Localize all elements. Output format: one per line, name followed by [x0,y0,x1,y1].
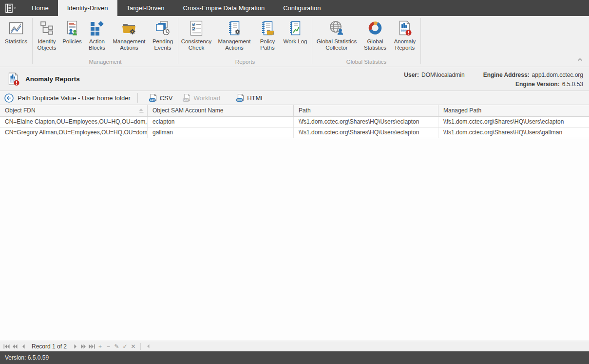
statistics-icon [7,19,25,37]
column-header-path[interactable]: Path [294,105,438,116]
nav-prev-page-button[interactable] [11,342,19,351]
global-statistics-collector-icon [328,19,345,37]
ribbon-item-global-statistics[interactable]: Global Statistics [360,16,390,58]
ribbon-item-action-blocks[interactable]: Action Blocks [84,16,110,58]
cell-object-fdn: CN=Elaine Clapton,OU=Employees,OU=HQ,OU=… [0,117,148,127]
nav-last-record-button[interactable] [88,342,96,351]
engine-address-label: Engine Address: [483,72,530,78]
scroll-left-icon [147,344,150,348]
policies-icon [63,19,81,37]
svg-text:HTM: HTM [237,99,242,101]
table-row[interactable]: CN=Elaine Clapton,OU=Employees,OU=HQ,OU=… [0,117,589,127]
navigator-separator [140,343,141,350]
pending-events-icon [154,19,171,37]
cell-sam-account: eclapton [148,117,294,127]
user-label: User: [404,72,419,78]
nav-prev-page-icon [12,344,18,349]
export-html-button[interactable]: HTM HTML [231,91,269,104]
tab-target-driven[interactable]: Target-Driven [117,0,174,16]
nav-prev-record-button[interactable] [19,342,27,351]
ribbon-item-anomaly-reports[interactable]: Anomaly Reports [390,16,419,58]
ribbon-item-policies[interactable]: Policies [60,16,84,58]
action-blocks-icon [88,19,106,37]
ribbon-item-global-statistics-collector[interactable]: Global Statistics Collector [313,16,360,58]
ribbon-item-label: Management Actions [110,38,149,51]
column-header-managed-path[interactable]: Managed Path [438,105,589,116]
ribbon-item-identity-objects[interactable]: Identity Objects [34,16,60,58]
column-header-object-sam-account-name[interactable]: Object SAM Account Name [148,105,294,116]
ribbon-item-label: Management Actions [213,38,255,51]
page-header: Anomaly Reports User:DOM\localadmin Engi… [0,67,589,91]
ribbon-item-label: Policies [62,38,82,45]
nav-next-page-icon [81,344,86,349]
engine-version-info: Engine Version:6.5.0.53 [515,81,583,88]
ribbon-item-work-log[interactable]: Work Log [280,16,311,58]
csv-file-icon: CSV [149,93,157,102]
nav-next-record-button[interactable] [71,342,79,351]
nav-end-edit-button[interactable]: ✓ [121,342,129,351]
status-bar: Version: 6.5.0.59 [0,351,589,364]
nav-edit-record-button[interactable]: ✎ [113,342,121,351]
svg-text:CSV: CSV [150,99,155,101]
record-counter: Record 1 of 2 [32,343,67,350]
tab-identity-driven[interactable]: Identity-Driven [58,0,117,16]
application-window: Home Identity-Driven Target-Driven Cross… [0,0,589,364]
nav-first-record-button[interactable] [2,342,11,351]
ribbon-item-policy-paths[interactable]: Policy Paths [255,16,280,58]
ribbon-item-label: Global Statistics [360,38,390,51]
management-actions-report-icon [226,19,243,37]
chevron-up-icon [577,58,583,61]
ribbon-group-label: Global Statistics [313,58,419,67]
hscrollbar-left-button[interactable] [144,342,152,351]
collapse-ribbon-button[interactable] [577,55,583,63]
app-menu-icon [5,3,17,13]
grid-empty-area [0,138,589,341]
policy-paths-icon [259,19,276,37]
cell-managed-path: \\fs1.dom.cctec.org\Shares\HQ\Users\gall… [438,127,589,138]
column-header-object-fdn[interactable]: Object FDN [0,105,148,116]
nav-append-record-button[interactable]: + [96,342,104,351]
ribbon-item-label: Work Log [283,38,307,45]
ribbon-separator [32,18,33,64]
ribbon-item-consistency-check[interactable]: Consistency Check [179,16,213,58]
ribbon-item-statistics[interactable]: Statistics [1,16,31,58]
global-statistics-donut-icon [366,19,384,37]
work-log-icon [286,19,304,37]
nav-delete-record-button[interactable]: − [104,342,113,351]
toolbar-separator [137,93,138,103]
ribbon: Statistics Identity O [0,16,589,67]
engine-info: User:DOM\localadmin Engine Address:app1.… [404,71,583,88]
nav-cancel-edit-button[interactable]: ✕ [129,342,137,351]
ribbon-item-label: Consistency Check [179,38,213,51]
report-toolbar: Path Duplicate Value - User home folder … [0,91,589,105]
back-button[interactable] [4,93,14,103]
ribbon-item-pending-events[interactable]: Pending Events [149,16,177,58]
consistency-check-icon [188,19,205,37]
user-info: User:DOM\localadmin [404,72,464,78]
tab-cross-empire-data-migration[interactable]: Cross-Empire Data Migration [174,0,274,16]
results-grid: Object FDN Object SAM Account Name Path … [0,105,589,341]
ribbon-item-management-actions-report[interactable]: Management Actions [213,16,255,58]
svg-text:CSV: CSV [184,99,189,101]
export-csv-label: CSV [160,94,173,102]
sort-ascending-icon [138,108,144,113]
nav-next-icon [74,344,77,349]
management-actions-folder-icon [120,19,138,37]
nav-next-page-button[interactable] [79,342,88,351]
identity-objects-icon [38,19,56,37]
table-row[interactable]: CN=Gregory Allman,OU=Employees,OU=HQ,OU=… [0,127,589,138]
ribbon-item-label: Statistics [5,38,27,45]
ribbon-separator [312,18,312,64]
tab-home[interactable]: Home [22,0,58,16]
ribbon-separator [178,18,178,64]
ribbon-item-management-actions[interactable]: Management Actions [110,16,149,58]
tab-configuration[interactable]: Configuration [274,0,330,16]
export-csv-button[interactable]: CSV CSV [144,91,178,104]
ribbon-item-label: Anomaly Reports [390,38,419,51]
report-title: Path Duplicate Value - User home folder [18,94,131,102]
html-file-icon: HTM [236,93,245,102]
nav-first-icon [3,344,10,349]
ribbon-group-label: Reports [179,58,311,67]
app-menu-button[interactable] [0,0,22,16]
export-workload-button[interactable]: CSV Workload [177,91,225,104]
